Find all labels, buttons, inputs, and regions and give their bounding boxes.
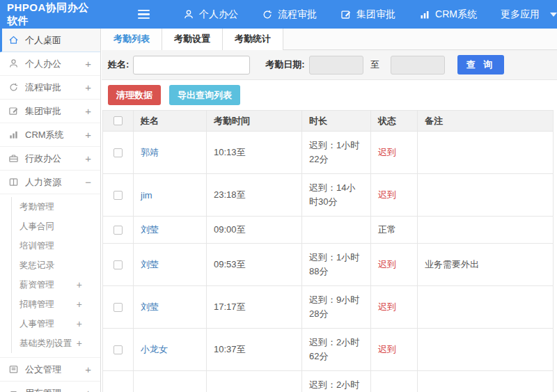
attendance-time: 10:13至 (207, 132, 302, 174)
expand-icon[interactable]: + (77, 338, 82, 349)
cycle-icon (262, 9, 273, 20)
date-from-input[interactable] (309, 56, 363, 75)
query-button[interactable]: 查 询 (457, 55, 505, 75)
sidebar-subitem-personnel-management[interactable]: 人事管理 + (12, 314, 100, 334)
tab-attendance-settings[interactable]: 考勤设置 (162, 29, 223, 50)
sidebar-item-crm-system[interactable]: CRM系统 + (0, 123, 100, 147)
employee-name-link[interactable]: 刘莹 (141, 259, 159, 269)
employee-name-link[interactable]: 刘莹 (141, 301, 159, 312)
attendance-time: 09:53至 (207, 244, 302, 286)
tab-attendance-statistics[interactable]: 考勤统计 (223, 29, 283, 50)
sidebar-subitem-base-category-settings[interactable]: 基础类别设置 + (12, 334, 100, 353)
sidebar-item-label: 公文管理 (25, 363, 61, 376)
col-header-remark: 备注 (418, 111, 554, 132)
row-checkbox[interactable] (113, 226, 123, 235)
expand-icon[interactable]: + (77, 318, 82, 329)
attendance-table: 姓名 考勤时间 时长 状态 备注 郭靖 10:13至 迟到：1小时22分 迟到 (102, 110, 554, 392)
expand-icon[interactable]: + (85, 152, 91, 164)
remark-cell (418, 174, 554, 217)
expand-icon[interactable]: + (85, 58, 91, 70)
name-label: 姓名: (108, 58, 129, 71)
row-checkbox[interactable] (113, 260, 123, 269)
tab-attendance-list[interactable]: 考勤列表 (102, 29, 162, 50)
expand-icon[interactable]: + (85, 363, 91, 375)
nav-workflow-approval[interactable]: 流程审批 (262, 8, 317, 21)
nav-group-approval[interactable]: 集团审批 (340, 8, 395, 21)
collapse-icon[interactable]: − (85, 176, 91, 188)
expand-icon[interactable]: + (85, 105, 91, 117)
row-checkbox[interactable] (113, 303, 123, 312)
hr-submenu: 考勤管理 人事合同 培训管理 奖惩记录 薪资管理 + 招聘管理 + 人事管理 + (0, 194, 100, 358)
sidebar-item-label: 行政办公 (25, 152, 61, 165)
sidebar-item-admin-office[interactable]: 行政办公 + (0, 147, 100, 171)
subitem-label: 基础类别设置 (19, 338, 72, 350)
chart-icon (8, 130, 19, 140)
export-list-button[interactable]: 导出查询列表 (169, 85, 240, 105)
nav-label: 个人办公 (199, 8, 238, 21)
table-header-row: 姓名 考勤时间 时长 状态 备注 (103, 111, 554, 132)
row-checkbox[interactable] (113, 191, 123, 200)
nav-label: CRM系统 (435, 8, 477, 21)
expand-icon[interactable]: + (85, 387, 91, 392)
sidebar-item-workflow-approval[interactable]: 流程审批 + (0, 76, 100, 100)
employee-name-link[interactable]: 小龙女 (141, 344, 168, 354)
row-checkbox[interactable] (113, 345, 123, 354)
clean-data-button[interactable]: 清理数据 (108, 85, 161, 105)
person-icon (183, 9, 194, 20)
car-icon (8, 388, 19, 392)
main-content: 考勤列表 考勤设置 考勤统计 姓名: 考勤日期: 至 查 询 清理数据 导出查询… (102, 29, 557, 392)
hamburger-menu-icon[interactable] (138, 10, 150, 19)
nav-personal-office[interactable]: 个人办公 (183, 8, 238, 21)
sidebar-item-label: 流程审批 (25, 81, 61, 94)
edit-icon (8, 106, 19, 116)
row-checkbox[interactable] (113, 148, 123, 157)
status-badge: 迟到 (378, 344, 396, 354)
sidebar: 个人桌面 个人办公 + 流程审批 + 集团审批 + CRM系统 + 行政办公 +… (0, 29, 101, 392)
sidebar-subitem-hr-contract[interactable]: 人事合同 (12, 217, 100, 236)
subitem-label: 人事管理 (19, 318, 54, 330)
attendance-time: 09:00至 (207, 217, 302, 244)
remark-cell (418, 329, 554, 371)
subitem-label: 考勤管理 (19, 201, 54, 213)
status-badge: 迟到 (378, 301, 396, 312)
employee-name-link[interactable]: 郭靖 (141, 147, 159, 157)
expand-icon[interactable]: + (85, 129, 91, 141)
sidebar-item-personal-office[interactable]: 个人办公 + (0, 52, 100, 76)
table-row: 刘莹 17:17至 迟到：9小时28分 迟到 (103, 286, 554, 329)
remark-cell: 业务需要外出 (418, 244, 554, 286)
sidebar-item-group-approval[interactable]: 集团审批 + (0, 100, 100, 123)
select-all-checkbox[interactable] (113, 116, 123, 125)
nav-more-apps[interactable]: 更多应用 (501, 8, 557, 21)
expand-icon[interactable]: + (77, 299, 82, 310)
sidebar-item-human-resources[interactable]: 人力资源 − (0, 171, 100, 194)
employee-name-link[interactable]: 刘莹 (141, 224, 159, 235)
duration-cell: 迟到：2小时90分早退：7小时10分 (302, 371, 371, 392)
sidebar-item-vehicle-management[interactable]: 用车管理 + (0, 382, 100, 392)
top-nav: 个人办公 流程审批 集团审批 CRM系统 更多应用 (159, 8, 557, 21)
subitem-label: 人事合同 (19, 221, 54, 233)
date-to-input[interactable] (391, 56, 445, 75)
employee-name-link[interactable]: jim (141, 190, 152, 201)
sidebar-subitem-recruitment-management[interactable]: 招聘管理 + (12, 295, 100, 314)
sidebar-subitem-attendance-management[interactable]: 考勤管理 (12, 197, 100, 217)
table-row: 管理员 10:54至10:54 迟到：2小时90分早退：7小时10分 迟到/早退… (103, 371, 554, 392)
sidebar-item-label: 人力资源 (25, 176, 61, 189)
sidebar-subitem-salary-management[interactable]: 薪资管理 + (12, 275, 100, 295)
attendance-time: 17:17至 (207, 286, 302, 329)
table-row: 郭靖 10:13至 迟到：1小时22分 迟到 (103, 132, 554, 174)
sidebar-subitem-training-management[interactable]: 培训管理 (12, 236, 100, 256)
expand-icon[interactable]: + (77, 279, 82, 290)
name-input[interactable] (133, 56, 250, 75)
expand-icon[interactable]: + (85, 81, 91, 93)
nav-crm-system[interactable]: CRM系统 (419, 8, 477, 21)
table-row: jim 23:18至 迟到：14小时30分 迟到 (103, 174, 554, 217)
col-header-duration: 时长 (302, 111, 371, 132)
briefcase-icon (8, 153, 19, 164)
sidebar-item-personal-desktop[interactable]: 个人桌面 (0, 29, 100, 52)
caret-down-icon (550, 13, 557, 17)
sidebar-item-document-management[interactable]: 公文管理 + (0, 358, 100, 382)
table-row: 小龙女 10:37至 迟到：2小时62分 迟到 (103, 329, 554, 371)
book-icon (8, 177, 19, 187)
sidebar-subitem-reward-punishment[interactable]: 奖惩记录 (12, 256, 100, 275)
subitem-label: 薪资管理 (19, 279, 54, 291)
